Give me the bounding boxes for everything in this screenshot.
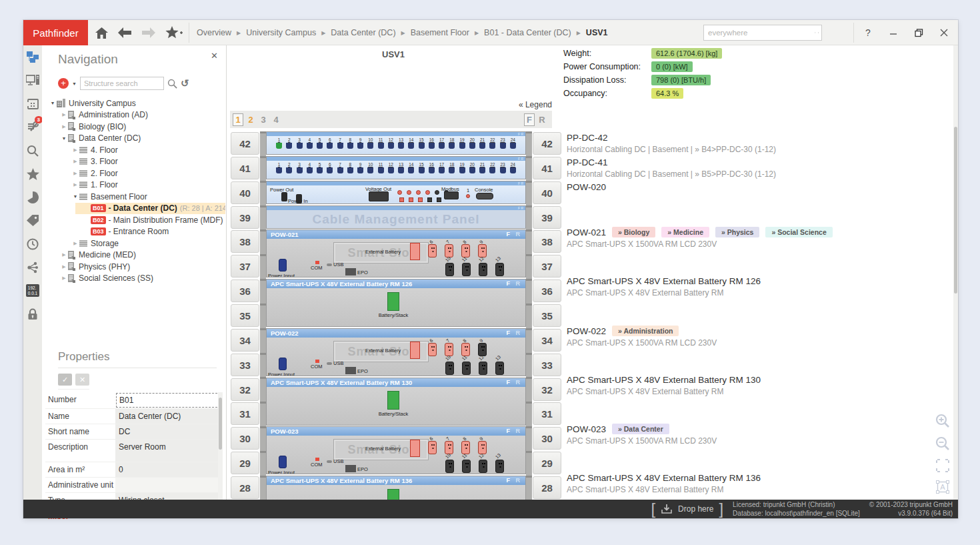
rack-unit-number[interactable]: 38 xyxy=(533,230,561,253)
power-outlet[interactable] xyxy=(445,441,453,454)
power-outlet[interactable] xyxy=(479,263,487,276)
rack-unit-number[interactable]: 36 xyxy=(533,280,561,302)
power-outlet[interactable] xyxy=(462,460,471,473)
rack-unit-number[interactable]: 40 xyxy=(231,181,259,204)
patch-port[interactable]: 10 xyxy=(367,137,374,149)
patch-port[interactable]: 24 xyxy=(509,137,517,149)
power-input-connector[interactable] xyxy=(279,358,287,370)
patch-port[interactable]: 7 xyxy=(337,162,344,173)
power-outlet[interactable] xyxy=(445,460,454,473)
forward-button[interactable] xyxy=(141,25,157,40)
collapse-icon[interactable]: ▼ xyxy=(60,136,68,141)
main-scrollbar[interactable] xyxy=(953,45,958,500)
power-outlet[interactable] xyxy=(461,244,470,257)
tree-item[interactable]: ▶Medicine (MED) xyxy=(42,249,225,261)
patch-port[interactable]: 21 xyxy=(479,137,486,149)
search-icon[interactable] xyxy=(815,27,816,38)
sidebar-item-statistics[interactable] xyxy=(23,185,42,209)
sidebar-item-navigation[interactable] xyxy=(23,45,42,69)
external-battery-connector[interactable] xyxy=(410,440,420,457)
patch-port[interactable]: 12 xyxy=(387,162,395,173)
equipment-tag[interactable]: » Medicine xyxy=(661,227,709,237)
rack-unit-number[interactable]: 30 xyxy=(231,427,259,450)
rack-unit-number[interactable]: 31 xyxy=(533,402,561,425)
relay-connector[interactable] xyxy=(427,197,432,202)
rack-unit-number[interactable]: 29 xyxy=(533,452,561,474)
equipment-item[interactable]: POW-020 xyxy=(567,182,928,192)
patch-port[interactable]: 11 xyxy=(377,162,385,173)
rack-unit-number[interactable]: 28 xyxy=(533,476,561,499)
rack-page-tab[interactable]: 1 xyxy=(233,113,243,126)
tree-item[interactable]: B03- Entrance Room xyxy=(42,226,225,238)
zoom-fit-button[interactable] xyxy=(936,459,949,475)
patch-port[interactable]: 5 xyxy=(316,137,323,149)
breadcrumb-item[interactable]: University Campus xyxy=(246,28,316,37)
breadcrumb-item[interactable]: Basement Floor xyxy=(411,28,469,37)
relay-connector[interactable] xyxy=(399,197,404,202)
patch-port[interactable]: 14 xyxy=(407,137,415,149)
power-outlet[interactable] xyxy=(478,244,487,257)
add-node-button[interactable]: + xyxy=(58,78,69,89)
rack-unit-number[interactable]: 35 xyxy=(231,304,259,327)
equipment-item[interactable]: POW-022» AdministrationAPC Smart-UPS X 1… xyxy=(567,326,928,348)
rack-unit-number[interactable]: 37 xyxy=(533,255,561,278)
sidebar-item-floorplan[interactable] xyxy=(23,92,42,115)
rack-unit-number[interactable]: 29 xyxy=(231,452,259,474)
restore-button[interactable] xyxy=(910,25,927,40)
external-battery-connector[interactable] xyxy=(410,342,420,359)
sidebar-item-tags[interactable] xyxy=(23,209,42,232)
sidebar-item-history[interactable] xyxy=(23,232,42,255)
relay-connector[interactable] xyxy=(416,190,421,195)
tree-item[interactable]: ▶Administration (AD) xyxy=(42,109,225,121)
rack-device[interactable]: F RCable Management Panel xyxy=(266,205,526,229)
patch-port[interactable]: 15 xyxy=(418,162,425,173)
patch-port[interactable]: 13 xyxy=(397,137,405,149)
equipment-tag[interactable]: » Social Science xyxy=(765,227,832,237)
rack-unit-number[interactable]: 42 xyxy=(533,132,561,155)
back-button[interactable] xyxy=(117,25,133,40)
barcode-icon[interactable] xyxy=(818,28,819,37)
rear-view-button[interactable]: R xyxy=(537,113,547,126)
patch-port[interactable]: 10 xyxy=(367,162,374,173)
patch-port[interactable]: 2 xyxy=(285,162,293,173)
patch-port[interactable]: 20 xyxy=(469,137,476,149)
rack-unit-number[interactable]: 34 xyxy=(533,329,561,352)
power-outlet[interactable] xyxy=(495,460,504,473)
tree-item[interactable]: ▶Physics (PHY) xyxy=(42,261,225,273)
modbus-port[interactable] xyxy=(444,191,459,199)
property-value[interactable]: Server Room xyxy=(115,440,221,462)
patch-port[interactable]: 24 xyxy=(509,162,517,173)
tree-item[interactable]: ▶Social Sciences (SS) xyxy=(42,273,225,285)
tree-item[interactable]: ▶1. Floor xyxy=(42,179,225,191)
sidebar-item-security[interactable] xyxy=(23,302,42,326)
power-outlet[interactable] xyxy=(445,343,453,356)
breadcrumb-item[interactable]: USV1 xyxy=(586,28,608,37)
expand-icon[interactable]: ▶ xyxy=(60,276,68,281)
power-outlet[interactable] xyxy=(461,343,470,356)
patch-port[interactable]: 16 xyxy=(428,162,435,173)
power-outlet[interactable] xyxy=(445,362,454,375)
tree-item[interactable]: ▶4. Floor xyxy=(42,144,225,156)
expand-icon[interactable]: ▶ xyxy=(71,171,79,176)
power-outlet[interactable] xyxy=(428,343,437,356)
sidebar-item-tools[interactable]: 3 xyxy=(23,115,42,139)
breadcrumb-item[interactable]: B01 - Data Center (DC) xyxy=(484,28,571,37)
rack-device[interactable]: APC Smart-UPS X 48V External Battery RM … xyxy=(266,279,526,327)
rack-device[interactable]: F RPower OutPower InVoltage OutModbus1Co… xyxy=(266,181,526,204)
structure-search-icon[interactable] xyxy=(167,79,177,89)
patch-port[interactable]: 23 xyxy=(499,137,507,149)
equipment-tag[interactable]: » Administration xyxy=(612,326,679,336)
patch-port[interactable]: 22 xyxy=(489,162,496,173)
console-port[interactable] xyxy=(476,193,493,199)
rack-unit-number[interactable]: 30 xyxy=(533,427,561,450)
equipment-item[interactable]: APC Smart-UPS X 48V External Battery RM … xyxy=(567,375,928,396)
patch-port[interactable]: 6 xyxy=(326,137,333,149)
minimize-button[interactable] xyxy=(885,25,902,40)
rack-unit-number[interactable]: 35 xyxy=(533,304,561,327)
rack-unit-number[interactable]: 41 xyxy=(231,157,259,179)
front-view-button[interactable]: F xyxy=(524,113,535,126)
drop-zone[interactable]: [ Drop here ] xyxy=(651,501,723,517)
rack-page-tab[interactable]: 3 xyxy=(258,113,269,126)
patch-port[interactable]: 21 xyxy=(479,162,486,173)
collapse-icon[interactable]: ▼ xyxy=(71,194,79,199)
